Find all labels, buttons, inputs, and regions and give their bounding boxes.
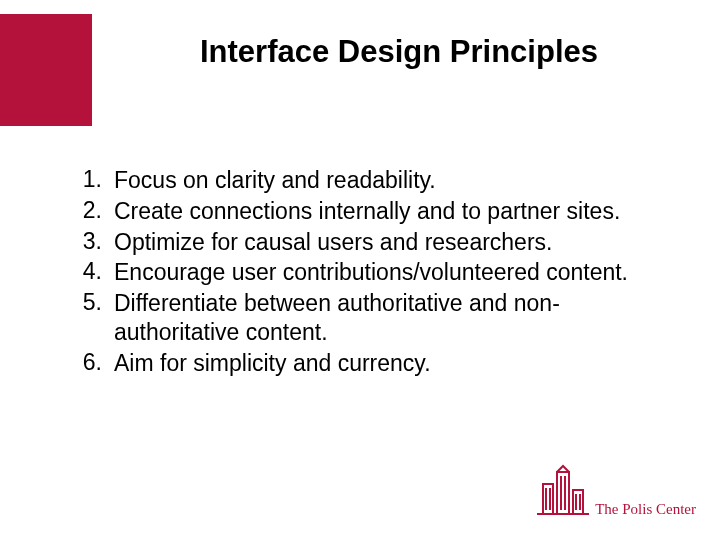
list-item: 4. Encourage user contributions/voluntee… xyxy=(72,258,652,287)
principles-list: 1. Focus on clarity and readability. 2. … xyxy=(72,166,652,379)
list-text: Focus on clarity and readability. xyxy=(114,166,436,195)
list-number: 1. xyxy=(72,166,114,193)
svg-rect-1 xyxy=(543,484,553,514)
list-item: 6. Aim for simplicity and currency. xyxy=(72,349,652,378)
list-number: 2. xyxy=(72,197,114,224)
slide-title: Interface Design Principles xyxy=(200,34,598,70)
list-number: 6. xyxy=(72,349,114,376)
list-item: 2. Create connections internally and to … xyxy=(72,197,652,226)
svg-rect-7 xyxy=(573,490,583,514)
list-text: Optimize for causal users and researcher… xyxy=(114,228,552,257)
header-accent-block xyxy=(0,14,92,126)
list-number: 4. xyxy=(72,258,114,285)
list-item: 3. Optimize for causal users and researc… xyxy=(72,228,652,257)
list-text: Differentiate between authoritative and … xyxy=(114,289,652,347)
list-item: 5. Differentiate between authoritative a… xyxy=(72,289,652,347)
logo: The Polis Center xyxy=(533,464,696,520)
svg-rect-4 xyxy=(557,472,569,514)
logo-buildings-icon xyxy=(533,464,591,520)
list-item: 1. Focus on clarity and readability. xyxy=(72,166,652,195)
list-text: Aim for simplicity and currency. xyxy=(114,349,431,378)
list-text: Encourage user contributions/volunteered… xyxy=(114,258,628,287)
list-number: 3. xyxy=(72,228,114,255)
list-text: Create connections internally and to par… xyxy=(114,197,620,226)
logo-text: The Polis Center xyxy=(595,501,696,518)
list-number: 5. xyxy=(72,289,114,316)
